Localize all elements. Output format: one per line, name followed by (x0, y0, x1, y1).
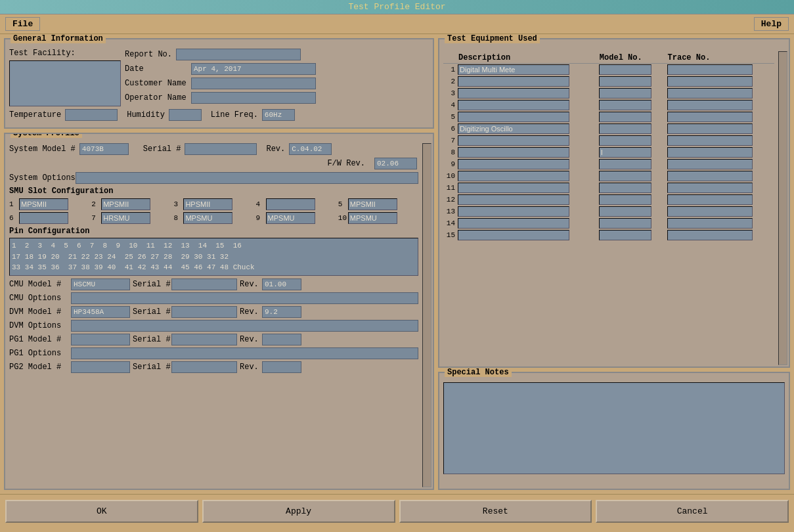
smu-input-2[interactable] (101, 198, 150, 210)
pg1-rev-input[interactable] (262, 334, 301, 345)
te-desc-input-4[interactable] (458, 100, 569, 110)
pg2-model-input[interactable] (71, 361, 130, 373)
apply-button[interactable]: Apply (202, 500, 395, 523)
serial-input[interactable] (185, 143, 257, 155)
te-model-input-1[interactable] (599, 64, 651, 75)
te-trace-input-7[interactable] (667, 135, 753, 146)
te-model-input-13[interactable] (599, 206, 651, 217)
file-menu[interactable]: File (5, 17, 40, 31)
te-desc-input-7[interactable] (458, 135, 569, 146)
te-desc-input-8[interactable] (458, 147, 569, 158)
special-notes-input[interactable] (443, 382, 785, 474)
te-desc-input-15[interactable] (458, 230, 569, 240)
system-profile-scrollbar[interactable] (422, 143, 431, 487)
te-model-input-6[interactable] (599, 123, 651, 134)
pg2-rev-input[interactable] (262, 361, 301, 373)
te-desc-input-1[interactable] (458, 64, 569, 75)
help-menu[interactable]: Help (754, 17, 789, 31)
te-model-input-11[interactable] (599, 183, 651, 193)
test-facility-input[interactable] (9, 60, 121, 106)
smu-input-9[interactable] (266, 212, 315, 224)
report-no-input[interactable] (176, 49, 301, 60)
fw-rev-input[interactable] (374, 158, 417, 169)
te-desc-input-5[interactable] (458, 112, 569, 122)
temperature-input[interactable] (65, 109, 118, 121)
te-model-input-12[interactable] (599, 194, 651, 205)
te-trace-input-3[interactable] (667, 88, 753, 99)
cmu-rev-input[interactable] (262, 278, 301, 290)
te-desc-input-13[interactable] (458, 206, 569, 217)
smu-input-8[interactable] (183, 212, 232, 224)
system-options-input[interactable] (76, 172, 418, 184)
te-trace-input-8[interactable] (667, 147, 753, 158)
dvm-serial-input[interactable] (171, 306, 237, 318)
te-trace-input-12[interactable] (667, 194, 753, 205)
te-trace-input-2[interactable] (667, 76, 753, 87)
te-model-input-7[interactable] (599, 135, 651, 146)
te-trace-input-1[interactable] (667, 64, 753, 75)
te-trace-input-10[interactable] (667, 171, 753, 181)
dvm-serial-label: Serial # (133, 307, 169, 317)
dvm-rev-input[interactable] (262, 306, 301, 318)
date-input[interactable] (191, 63, 316, 75)
te-model-input-4[interactable] (599, 100, 651, 110)
table-row: 14 (443, 217, 774, 229)
te-desc-input-6[interactable] (458, 123, 569, 134)
te-desc-input-11[interactable] (458, 183, 569, 193)
te-trace-input-11[interactable] (667, 183, 753, 193)
rev-input[interactable] (289, 143, 332, 155)
te-desc-input-10[interactable] (458, 171, 569, 181)
te-desc-input-9[interactable] (458, 159, 569, 169)
te-trace-input-9[interactable] (667, 159, 753, 169)
te-trace-input-15[interactable] (667, 230, 753, 240)
smu-cell-9: 9 (256, 212, 336, 224)
smu-input-4[interactable] (266, 198, 315, 210)
pg2-serial-input[interactable] (171, 361, 237, 373)
smu-input-1[interactable] (19, 198, 68, 210)
test-equipment-scrollbar[interactable] (778, 51, 787, 365)
system-model-input[interactable] (79, 143, 129, 155)
test-facility-label: Test Facility: (9, 49, 121, 58)
te-desc-input-2[interactable] (458, 76, 569, 87)
te-desc-input-14[interactable] (458, 218, 569, 229)
cmu-model-input[interactable] (71, 278, 130, 290)
te-model-input-15[interactable] (599, 230, 651, 240)
operator-name-input[interactable] (191, 92, 316, 104)
cmu-options-input[interactable] (71, 292, 418, 304)
line-freq-input[interactable] (262, 109, 295, 121)
pg1-options-input[interactable] (71, 347, 418, 359)
th-description: Description (456, 53, 598, 64)
dvm-model-input[interactable] (71, 306, 130, 318)
te-model-input-5[interactable] (599, 112, 651, 122)
cmu-serial-input[interactable] (171, 278, 237, 290)
te-trace-input-13[interactable] (667, 206, 753, 217)
pin-config-title: Pin Configuration (9, 227, 418, 236)
dvm-options-input[interactable] (71, 320, 418, 332)
pg1-serial-input[interactable] (171, 334, 237, 345)
te-model-input-3[interactable] (599, 88, 651, 99)
te-trace-input-14[interactable] (667, 218, 753, 229)
te-model-input-8[interactable] (599, 147, 651, 158)
te-desc-input-12[interactable] (458, 194, 569, 205)
smu-input-3[interactable] (183, 198, 232, 210)
te-model-input-2[interactable] (599, 76, 651, 87)
te-trace-input-5[interactable] (667, 112, 753, 122)
pg1-model-input[interactable] (71, 334, 130, 345)
smu-input-7[interactable] (101, 212, 150, 224)
te-desc-input-3[interactable] (458, 88, 569, 99)
smu-input-10[interactable] (348, 212, 397, 224)
te-model-input-14[interactable] (599, 218, 651, 229)
smu-input-5[interactable] (348, 198, 397, 210)
smu-input-6[interactable] (19, 212, 68, 224)
customer-name-input[interactable] (191, 78, 316, 89)
table-row: 3 (443, 87, 774, 99)
te-trace-input-4[interactable] (667, 100, 753, 110)
te-model-input-9[interactable] (599, 159, 651, 169)
cancel-button[interactable]: Cancel (596, 500, 789, 523)
humidity-input[interactable] (169, 109, 202, 121)
te-trace-input-6[interactable] (667, 123, 753, 134)
te-model-input-10[interactable] (599, 171, 651, 181)
ok-button[interactable]: OK (5, 500, 198, 523)
reset-button[interactable]: Reset (399, 500, 592, 523)
smu-num-7: 7 (91, 214, 99, 222)
